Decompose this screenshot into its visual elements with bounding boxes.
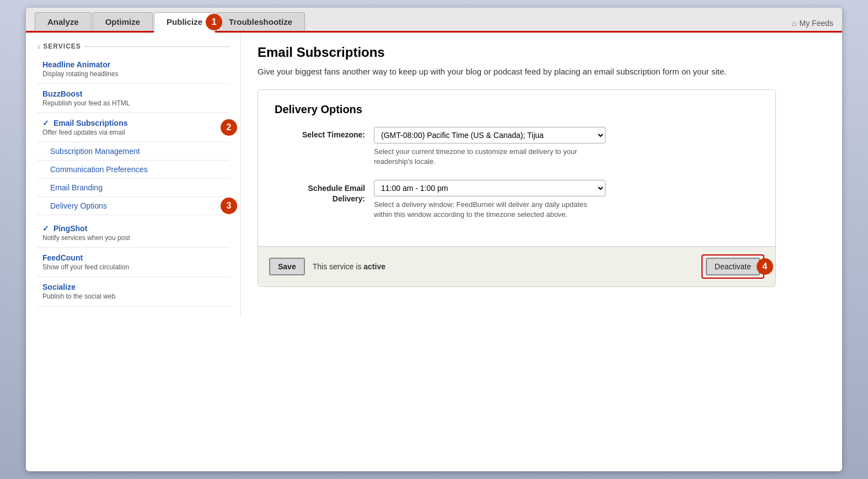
timezone-row: Select Timezone: (GMT-08:00) Pacific Tim… xyxy=(275,127,759,167)
tab-troubleshootize[interactable]: Troubleshootize xyxy=(216,12,305,31)
pingshot-title: PingShot xyxy=(53,224,87,233)
tab-analyze[interactable]: Analyze xyxy=(35,12,92,31)
sidebar-item-feedcount[interactable]: FeedCount Show off your feed circulation xyxy=(37,248,229,277)
schedule-select[interactable]: 11:00 am - 1:00 pm 1:00 pm - 3:00 pm 3:0… xyxy=(374,180,606,196)
card-body: Delivery Options Select Timezone: (GMT-0… xyxy=(258,90,775,247)
timezone-select[interactable]: (GMT-08:00) Pacific Time (US & Canada); … xyxy=(374,127,606,143)
schedule-hint: Select a delivery window; FeedBurner wil… xyxy=(374,200,594,220)
schedule-field: 11:00 am - 1:00 pm 1:00 pm - 3:00 pm 3:0… xyxy=(374,180,759,220)
sidebar-item-pingshot[interactable]: ✓ PingShot Notify services when you post xyxy=(37,219,229,248)
buzzboost-desc: Republish your feed as HTML xyxy=(42,99,229,107)
sidebar-sub-item-email-branding[interactable]: Email Branding xyxy=(37,179,229,197)
timezone-hint: Select your current timezone to customiz… xyxy=(374,147,594,167)
sidebar-item-headline-animator[interactable]: Headline Animator Display rotating headl… xyxy=(37,55,229,84)
badge-2: 2 xyxy=(221,119,237,136)
timezone-label: Select Timezone: xyxy=(275,127,374,139)
socialize-title: Socialize xyxy=(42,283,229,291)
socialize-desc: Publish to the social web xyxy=(42,292,229,300)
my-feeds-link[interactable]: ⌂ My Feeds xyxy=(792,19,833,31)
badge-3: 3 xyxy=(221,198,237,214)
email-subscriptions-title: Email Subscriptions xyxy=(53,119,128,127)
badge-1: 1 xyxy=(206,14,222,30)
deactivate-button[interactable]: Deactivate xyxy=(706,258,760,275)
sidebar-section-header: ↓ SERVICES xyxy=(37,42,229,50)
sidebar-sub-item-communication-preferences[interactable]: Communication Preferences xyxy=(37,161,229,179)
tab-optimize[interactable]: Optimize xyxy=(93,12,153,31)
communication-preferences-link: Communication Preferences xyxy=(50,165,148,174)
email-branding-link: Email Branding xyxy=(50,183,103,192)
headline-animator-desc: Display rotating headlines xyxy=(42,70,229,78)
app-window: Analyze Optimize Publicize 1 Troubleshoo… xyxy=(26,8,842,471)
schedule-label: Schedule EmailDelivery: xyxy=(275,180,374,205)
headline-animator-title: Headline Animator xyxy=(42,60,229,69)
sidebar-item-buzzboost[interactable]: BuzzBoost Republish your feed as HTML xyxy=(37,84,229,113)
timezone-field: (GMT-08:00) Pacific Time (US & Canada); … xyxy=(374,127,759,167)
sidebar-item-socialize[interactable]: Socialize Publish to the social web xyxy=(37,277,229,306)
sidebar-sub-item-delivery-options[interactable]: Delivery Options 3 xyxy=(37,197,229,215)
card-section-title: Delivery Options xyxy=(275,103,759,116)
page-desc: Give your biggest fans another way to ke… xyxy=(258,66,732,78)
delivery-options-card: Delivery Options Select Timezone: (GMT-0… xyxy=(258,89,776,288)
check-icon: ✓ xyxy=(42,119,49,127)
tab-publicize[interactable]: Publicize 1 xyxy=(154,12,215,33)
status-text: This service is active xyxy=(313,262,385,271)
status-badge: active xyxy=(363,262,385,271)
badge-4: 4 xyxy=(757,258,773,275)
feedcount-title: FeedCount xyxy=(42,253,229,262)
subscription-management-link: Subscription Management xyxy=(50,147,140,156)
schedule-row: Schedule EmailDelivery: 11:00 am - 1:00 … xyxy=(275,180,759,220)
delivery-options-link: Delivery Options xyxy=(50,201,107,210)
content-area: Email Subscriptions Give your biggest fa… xyxy=(241,33,842,316)
feedcount-desc: Show off your feed circulation xyxy=(42,263,229,271)
tabs-bar: Analyze Optimize Publicize 1 Troubleshoo… xyxy=(26,8,842,33)
card-footer: Save This service is active Deactivate 4 xyxy=(258,246,775,286)
page-title: Email Subscriptions xyxy=(258,45,826,60)
email-subscriptions-desc: Offer feed updates via email xyxy=(42,129,229,136)
sidebar-sub-item-subscription-management[interactable]: Subscription Management xyxy=(37,142,229,161)
main-content: ↓ SERVICES Headline Animator Display rot… xyxy=(26,33,842,316)
sidebar-item-email-subscriptions[interactable]: ✓ Email Subscriptions Offer feed updates… xyxy=(37,113,229,142)
deactivate-wrapper: Deactivate 4 xyxy=(701,254,764,279)
sidebar: ↓ SERVICES Headline Animator Display rot… xyxy=(26,33,241,316)
home-icon: ⌂ xyxy=(792,19,796,28)
save-button[interactable]: Save xyxy=(269,258,305,275)
pingshot-desc: Notify services when you post xyxy=(42,234,229,242)
buzzboost-title: BuzzBoost xyxy=(42,89,229,98)
pingshot-check-icon: ✓ xyxy=(42,224,49,233)
